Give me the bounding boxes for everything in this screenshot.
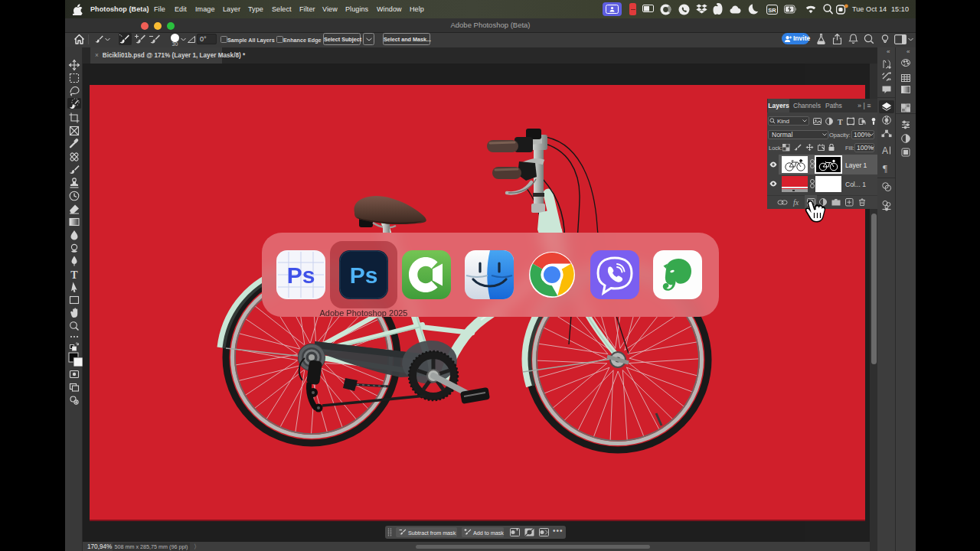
svg-text:SR: SR [768, 7, 776, 14]
svg-text:Ps: Ps [350, 262, 378, 288]
svg-text:¶: ¶ [883, 162, 887, 174]
svg-text:fx: fx [793, 198, 799, 207]
svg-text:A: A [882, 145, 888, 156]
svg-text:T: T [70, 269, 78, 281]
svg-text:Ps: Ps [287, 262, 315, 288]
svg-text:T: T [838, 118, 843, 126]
